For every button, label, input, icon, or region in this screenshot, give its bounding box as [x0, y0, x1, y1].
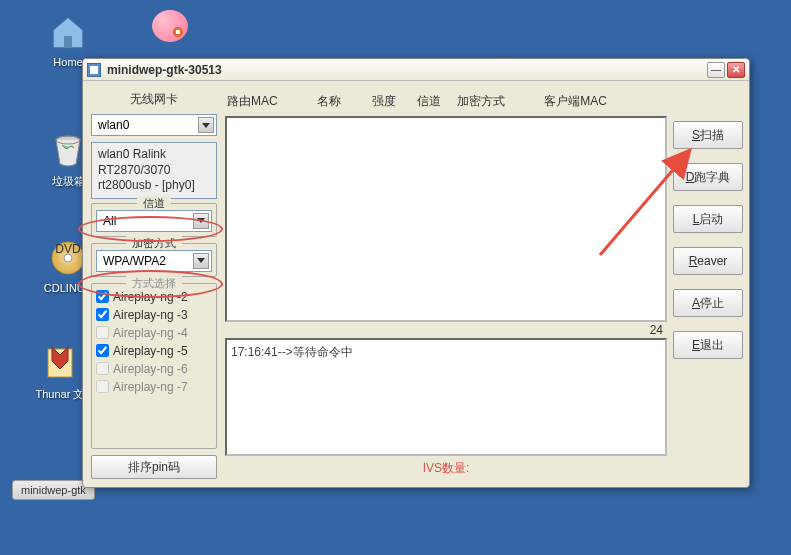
svg-text:DVD: DVD — [55, 242, 81, 256]
wlan-info-box: wlan0 Ralink RT2870/3070 rt2800usb - [ph… — [91, 142, 217, 199]
mode-label: Aireplay-ng -5 — [113, 344, 188, 358]
wlan-selected: wlan0 — [98, 118, 129, 132]
col-encryption: 加密方式 — [457, 93, 527, 110]
chevron-down-icon — [193, 253, 209, 269]
left-panel: 无线网卡 wlan0 wlan0 Ralink RT2870/3070 rt28… — [89, 87, 219, 481]
col-channel: 信道 — [417, 93, 457, 110]
chevron-down-icon — [193, 213, 209, 229]
mode-legend: 方式选择 — [126, 276, 182, 291]
wlan-info-line: wlan0 Ralink — [98, 147, 210, 163]
launch-button[interactable]: L启动 — [673, 205, 743, 233]
mode-checkbox — [96, 362, 109, 375]
stop-button[interactable]: A停止 — [673, 289, 743, 317]
center-panel: 路由MAC 名称 强度 信道 加密方式 客户端MAC 24 17:16:41--… — [225, 87, 667, 481]
wireless-label: 无线网卡 — [89, 87, 219, 112]
thunar-icon — [40, 343, 80, 383]
col-route-mac: 路由MAC — [227, 93, 317, 110]
wlan-dropdown[interactable]: wlan0 — [91, 114, 217, 136]
chevron-down-icon — [198, 117, 214, 133]
app-icon — [152, 10, 188, 42]
mode-fieldset: 方式选择 Aireplay-ng -2Aireplay-ng -3Airepla… — [91, 283, 217, 449]
sort-pin-button[interactable]: 排序pin码 — [91, 455, 217, 479]
channel-legend: 信道 — [137, 196, 171, 211]
ivs-status: IVS数量: — [225, 456, 667, 481]
col-name: 名称 — [317, 93, 372, 110]
mode-checkbox — [96, 380, 109, 393]
mode-checkbox[interactable] — [96, 290, 109, 303]
mode-label: Aireplay-ng -4 — [113, 326, 188, 340]
channel-dropdown[interactable]: All — [96, 210, 212, 232]
col-strength: 强度 — [372, 93, 417, 110]
desktop-thunar-icon[interactable]: Thunar 文 — [30, 343, 90, 402]
mode-label: Aireplay-ng -6 — [113, 362, 188, 376]
log-area[interactable]: 17:16:41-->等待命令中 — [225, 338, 667, 456]
mode-checkbox-row: Aireplay-ng -7 — [96, 378, 212, 396]
mode-checkbox[interactable] — [96, 308, 109, 321]
right-panel: S扫描 D跑字典 L启动 Reaver A停止 E退出 — [673, 87, 743, 481]
channel-selected: All — [103, 214, 116, 228]
mode-checkbox-row[interactable]: Aireplay-ng -5 — [96, 342, 212, 360]
mode-checkbox-row: Aireplay-ng -4 — [96, 324, 212, 342]
mode-label: Aireplay-ng -2 — [113, 290, 188, 304]
results-list[interactable] — [225, 116, 667, 322]
mode-label: Aireplay-ng -7 — [113, 380, 188, 394]
home-folder-icon — [48, 12, 88, 52]
encryption-dropdown[interactable]: WPA/WPA2 — [96, 250, 212, 272]
col-client-mac: 客户端MAC — [527, 93, 607, 110]
window-title: minidwep-gtk-30513 — [107, 63, 705, 77]
titlebar[interactable]: minidwep-gtk-30513 — ✕ — [83, 59, 749, 81]
wlan-info-line: RT2870/3070 — [98, 163, 210, 179]
dict-button[interactable]: D跑字典 — [673, 163, 743, 191]
encryption-selected: WPA/WPA2 — [103, 254, 166, 268]
log-line: 17:16:41-->等待命令中 — [231, 344, 661, 361]
encryption-fieldset: 加密方式 WPA/WPA2 — [91, 243, 217, 277]
encryption-legend: 加密方式 — [126, 236, 182, 251]
count-display: 24 — [225, 322, 667, 338]
column-headers: 路由MAC 名称 强度 信道 加密方式 客户端MAC — [225, 87, 667, 116]
desktop-app-icon[interactable] — [140, 10, 200, 42]
minimize-button[interactable]: — — [707, 62, 725, 78]
mode-checkbox[interactable] — [96, 344, 109, 357]
mode-checkbox-row: Aireplay-ng -6 — [96, 360, 212, 378]
wlan-info-line: rt2800usb - [phy0] — [98, 178, 210, 194]
channel-fieldset: 信道 All — [91, 203, 217, 237]
svg-rect-0 — [64, 36, 72, 48]
mode-label: Aireplay-ng -3 — [113, 308, 188, 322]
reaver-button[interactable]: Reaver — [673, 247, 743, 275]
mode-checkbox — [96, 326, 109, 339]
desktop-icon-label: Thunar 文 — [30, 387, 90, 402]
close-button[interactable]: ✕ — [727, 62, 745, 78]
scan-button[interactable]: S扫描 — [673, 121, 743, 149]
window-app-icon — [87, 63, 101, 77]
exit-button[interactable]: E退出 — [673, 331, 743, 359]
main-window: minidwep-gtk-30513 — ✕ 无线网卡 wlan0 wlan0 … — [82, 58, 750, 488]
mode-checkbox-row[interactable]: Aireplay-ng -3 — [96, 306, 212, 324]
